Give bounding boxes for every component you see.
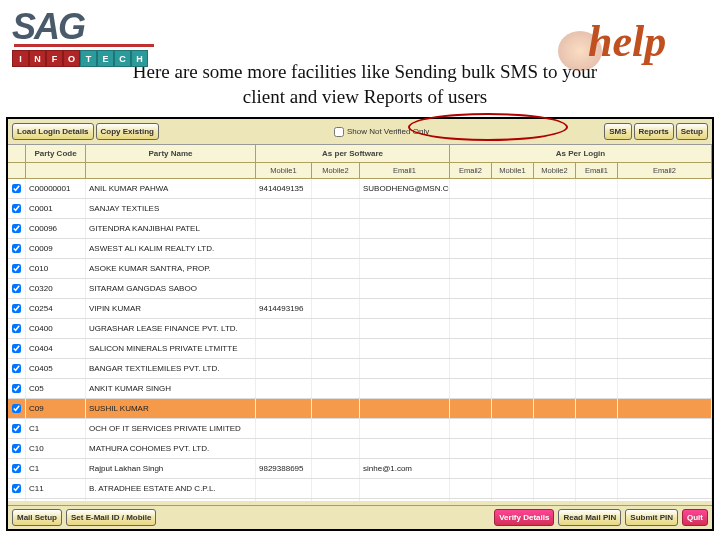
row-checkbox[interactable]: [12, 464, 21, 473]
cell-mobile2: [312, 179, 360, 198]
cell-login-email1: [576, 419, 618, 438]
cell-mobile2: [312, 259, 360, 278]
table-row[interactable]: C11B. ATRADHEE ESTATE AND C.P.L.: [8, 479, 712, 499]
help-icon: help: [550, 6, 680, 76]
cell-party-name: B. ATRADHEE ESTATE AND C.P.L.: [86, 479, 256, 498]
row-checkbox[interactable]: [12, 344, 21, 353]
verify-details-button[interactable]: Verify Details: [494, 509, 554, 526]
copy-existing-button[interactable]: Copy Existing: [96, 123, 159, 140]
mail-setup-button[interactable]: Mail Setup: [12, 509, 62, 526]
row-checkbox[interactable]: [12, 284, 21, 293]
cell-login-mobile2: [534, 419, 576, 438]
setup-button[interactable]: Setup: [676, 123, 708, 140]
row-checkbox-cell[interactable]: [8, 279, 26, 298]
table-row[interactable]: C0254VIPIN KUMAR9414493196: [8, 299, 712, 319]
row-checkbox[interactable]: [12, 204, 21, 213]
grid-header-groups: Party Code Party Name As per Software As…: [8, 145, 712, 163]
cell-login-email2: [618, 199, 712, 218]
show-verified-input[interactable]: [334, 127, 344, 137]
row-checkbox-cell[interactable]: [8, 399, 26, 418]
table-row[interactable]: C0001SANJAY TEXTILES: [8, 199, 712, 219]
cell-party-code: C1: [26, 419, 86, 438]
data-grid[interactable]: C00000001ANIL KUMAR PAHWA9414049135SUBOD…: [8, 179, 712, 501]
row-checkbox[interactable]: [12, 304, 21, 313]
cell-email1: [360, 339, 450, 358]
cell-email2: [450, 459, 492, 478]
quit-button[interactable]: Quit: [682, 509, 708, 526]
cell-email2: [450, 299, 492, 318]
row-checkbox-cell[interactable]: [8, 219, 26, 238]
cell-login-email1: [576, 439, 618, 458]
cell-party-name: BANGAR TEXTILEMILES PVT. LTD.: [86, 359, 256, 378]
cell-email2: [450, 479, 492, 498]
table-row[interactable]: C05ANKIT KUMAR SINGH: [8, 379, 712, 399]
row-checkbox-cell[interactable]: [8, 379, 26, 398]
row-checkbox-cell[interactable]: [8, 319, 26, 338]
cell-login-mobile2: [534, 259, 576, 278]
cell-login-email2: [618, 399, 712, 418]
logo-sub-char: E: [97, 50, 114, 67]
row-checkbox-cell[interactable]: [8, 339, 26, 358]
row-checkbox[interactable]: [12, 184, 21, 193]
table-row[interactable]: C1OCH OF IT SERVICES PRIVATE LIMITED: [8, 419, 712, 439]
set-email-mobile-button[interactable]: Set E-Mail ID / Mobile: [66, 509, 156, 526]
cell-mobile2: [312, 419, 360, 438]
table-row[interactable]: C0404SALICON MINERALS PRIVATE LTMITTE: [8, 339, 712, 359]
row-checkbox-cell[interactable]: [8, 199, 26, 218]
cell-login-email2: [618, 439, 712, 458]
row-checkbox[interactable]: [12, 484, 21, 493]
row-checkbox-cell[interactable]: [8, 359, 26, 378]
logo-sub-char: T: [80, 50, 97, 67]
table-row[interactable]: C12FATEH BAR JOINT VENTURE: [8, 499, 712, 501]
cell-email1: [360, 199, 450, 218]
table-row[interactable]: C09SUSHIL KUMAR: [8, 399, 712, 419]
table-row[interactable]: C00096GITENDRA KANJIBHAI PATEL: [8, 219, 712, 239]
logo-sub-char: F: [46, 50, 63, 67]
row-checkbox-cell[interactable]: [8, 499, 26, 501]
row-checkbox-cell[interactable]: [8, 459, 26, 478]
reports-button[interactable]: Reports: [634, 123, 674, 140]
row-checkbox[interactable]: [12, 404, 21, 413]
row-checkbox[interactable]: [12, 384, 21, 393]
row-checkbox-cell[interactable]: [8, 479, 26, 498]
table-row[interactable]: C010ASOKE KUMAR SANTRA, PROP.: [8, 259, 712, 279]
cell-login-email1: [576, 359, 618, 378]
help-label: help: [588, 17, 666, 66]
cell-party-name: ANKIT KUMAR SINGH: [86, 379, 256, 398]
row-checkbox[interactable]: [12, 424, 21, 433]
table-row[interactable]: C0400UGRASHAR LEASE FINANCE PVT. LTD.: [8, 319, 712, 339]
row-checkbox-cell[interactable]: [8, 419, 26, 438]
table-row[interactable]: C1Rajput Lakhan Singh9829388695sinhe@1.c…: [8, 459, 712, 479]
row-checkbox-cell[interactable]: [8, 259, 26, 278]
load-login-button[interactable]: Load Login Details: [12, 123, 94, 140]
col-party-name: Party Name: [86, 145, 256, 162]
row-checkbox-cell[interactable]: [8, 239, 26, 258]
cell-email1: sinhe@1.com: [360, 459, 450, 478]
cell-login-email1: [576, 199, 618, 218]
cell-party-code: C0404: [26, 339, 86, 358]
table-row[interactable]: C00000001ANIL KUMAR PAHWA9414049135SUBOD…: [8, 179, 712, 199]
row-checkbox-cell[interactable]: [8, 439, 26, 458]
read-mail-pin-button[interactable]: Read Mail PIN: [558, 509, 621, 526]
sms-button[interactable]: SMS: [604, 123, 631, 140]
cell-email1: SUBODHENG@MSN.COM: [360, 179, 450, 198]
submit-pin-button[interactable]: Submit PIN: [625, 509, 678, 526]
table-row[interactable]: C0320SITARAM GANGDAS SABOO: [8, 279, 712, 299]
row-checkbox-cell[interactable]: [8, 299, 26, 318]
table-row[interactable]: C0009ASWEST ALI KALIM REALTY LTD.: [8, 239, 712, 259]
cell-mobile1: [256, 219, 312, 238]
logo-sub-char: O: [63, 50, 80, 67]
cell-login-mobile2: [534, 339, 576, 358]
row-checkbox[interactable]: [12, 224, 21, 233]
cell-login-mobile2: [534, 399, 576, 418]
row-checkbox-cell[interactable]: [8, 179, 26, 198]
row-checkbox[interactable]: [12, 244, 21, 253]
table-row[interactable]: C0405BANGAR TEXTILEMILES PVT. LTD.: [8, 359, 712, 379]
row-checkbox[interactable]: [12, 364, 21, 373]
row-checkbox[interactable]: [12, 264, 21, 273]
show-verified-checkbox[interactable]: Show Not Verified Only: [334, 127, 429, 137]
row-checkbox[interactable]: [12, 444, 21, 453]
show-verified-label: Show Not Verified Only: [347, 127, 429, 136]
table-row[interactable]: C10MATHURA COHOMES PVT. LTD.: [8, 439, 712, 459]
row-checkbox[interactable]: [12, 324, 21, 333]
